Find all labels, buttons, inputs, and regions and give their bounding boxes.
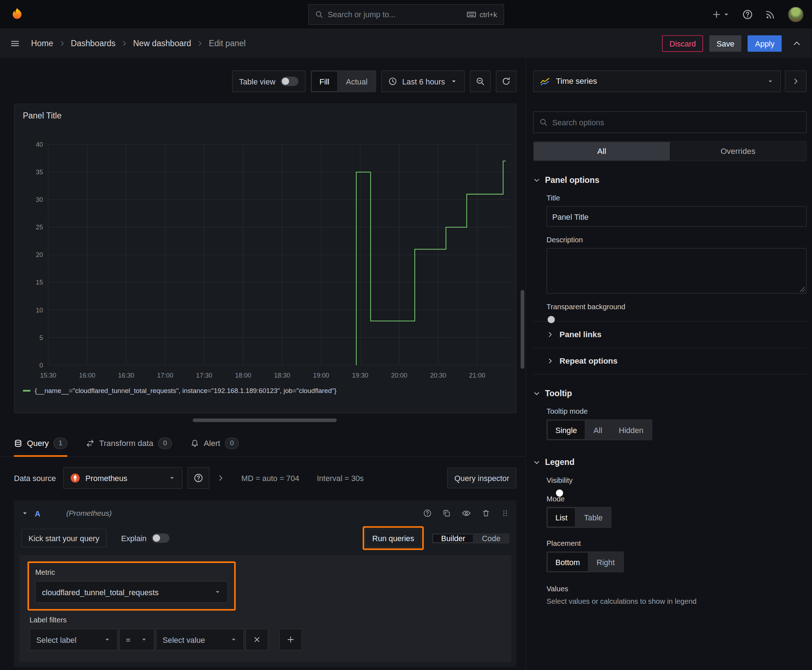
add-menu-button[interactable] bbox=[712, 10, 730, 19]
prometheus-icon bbox=[70, 473, 80, 483]
legend-header[interactable]: Legend bbox=[533, 458, 807, 467]
data-source-row: Data source Prometheus MD = auto = 704 I… bbox=[14, 467, 517, 489]
drag-handle-icon[interactable] bbox=[501, 509, 509, 517]
visualization-picker[interactable]: Time series bbox=[533, 71, 781, 92]
legend-list-option[interactable]: List bbox=[547, 508, 576, 527]
chevron-right-icon bbox=[120, 40, 128, 47]
tooltip-header[interactable]: Tooltip bbox=[533, 389, 807, 398]
toggle-visibility-icon[interactable] bbox=[461, 509, 471, 518]
breadcrumb-new-dashboard[interactable]: New dashboard bbox=[133, 39, 191, 48]
tab-overrides[interactable]: Overrides bbox=[670, 142, 806, 160]
explain-switch[interactable] bbox=[152, 533, 170, 543]
svg-text:15: 15 bbox=[36, 279, 43, 286]
panel-options-title: Panel options bbox=[545, 176, 599, 185]
help-button[interactable] bbox=[742, 9, 753, 19]
refresh-button[interactable] bbox=[496, 71, 517, 92]
actual-option[interactable]: Actual bbox=[337, 71, 376, 91]
tab-transform-label: Transform data bbox=[99, 438, 153, 448]
tab-alert[interactable]: Alert 0 bbox=[191, 430, 239, 456]
panel-links-section[interactable]: Panel links bbox=[533, 322, 807, 347]
chart-legend: {__name__="cloudflared_tunnel_total_requ… bbox=[23, 387, 337, 395]
user-avatar[interactable] bbox=[788, 7, 804, 22]
metric-select[interactable]: cloudflared_tunnel_total_requests bbox=[35, 581, 228, 603]
discard-button[interactable]: Discard bbox=[662, 35, 703, 52]
description-label: Description bbox=[547, 235, 807, 244]
label-filters-section: Label filters Select label = S bbox=[27, 616, 503, 650]
description-textarea[interactable] bbox=[547, 248, 807, 293]
panel-options-header[interactable]: Panel options bbox=[533, 176, 807, 185]
collapse-header-icon[interactable] bbox=[792, 39, 801, 48]
query-row-header[interactable]: A (Prometheus) bbox=[19, 503, 512, 523]
delete-query-icon[interactable] bbox=[482, 509, 490, 517]
placement-right-option[interactable]: Right bbox=[588, 552, 623, 572]
duplicate-query-icon[interactable] bbox=[442, 509, 451, 517]
fill-option[interactable]: Fill bbox=[311, 71, 337, 91]
remove-filter-button[interactable] bbox=[246, 629, 268, 651]
viz-suggestions-button[interactable] bbox=[785, 71, 807, 92]
menu-toggle-icon[interactable] bbox=[10, 39, 20, 48]
time-series-chart[interactable]: 051015202530354015:3016:0016:3017:0017:3… bbox=[19, 130, 513, 384]
rss-icon bbox=[765, 9, 775, 19]
horizontal-scrollbar[interactable] bbox=[193, 418, 337, 422]
database-icon bbox=[14, 439, 22, 447]
tooltip-all-option[interactable]: All bbox=[585, 420, 610, 440]
table-view-toggle[interactable]: Table view bbox=[232, 71, 306, 92]
select-value-dropdown[interactable]: Select value bbox=[156, 629, 244, 651]
kick-start-button[interactable]: Kick start your query bbox=[21, 529, 106, 547]
placement-bottom-option[interactable]: Bottom bbox=[547, 552, 588, 572]
builder-code-segmented: Builder Code bbox=[432, 533, 509, 543]
news-button[interactable] bbox=[765, 9, 775, 19]
breadcrumb-home[interactable]: Home bbox=[31, 39, 53, 48]
options-search-box[interactable]: Search options bbox=[533, 111, 807, 133]
max-data-points: MD = auto = 704 bbox=[241, 474, 299, 482]
svg-text:5: 5 bbox=[39, 334, 43, 342]
legend-label[interactable]: {__name__="cloudflared_tunnel_total_requ… bbox=[35, 387, 337, 395]
table-view-switch[interactable] bbox=[281, 76, 298, 86]
legend-table-option[interactable]: Table bbox=[576, 508, 611, 527]
breadcrumb-dashboards[interactable]: Dashboards bbox=[71, 39, 116, 48]
grafana-logo-icon[interactable] bbox=[8, 5, 26, 23]
query-row-actions bbox=[423, 509, 509, 518]
data-source-picker[interactable]: Prometheus bbox=[63, 467, 182, 489]
chevron-right-icon bbox=[547, 357, 554, 364]
data-source-value: Prometheus bbox=[86, 474, 127, 482]
vertical-scrollbar[interactable] bbox=[520, 290, 524, 369]
chevron-down-icon bbox=[533, 390, 540, 397]
tooltip-hidden-option[interactable]: Hidden bbox=[610, 420, 652, 440]
help-icon[interactable] bbox=[423, 509, 431, 517]
time-range-picker[interactable]: Last 6 hours bbox=[381, 71, 465, 92]
view-toolbar: Table view Fill Actual Last 6 hours bbox=[232, 71, 517, 92]
select-label-dropdown[interactable]: Select label bbox=[29, 629, 117, 651]
tab-query[interactable]: Query 1 bbox=[14, 430, 68, 456]
code-option[interactable]: Code bbox=[474, 534, 509, 543]
tab-all[interactable]: All bbox=[534, 142, 670, 160]
breadcrumb-edit-panel: Edit panel bbox=[209, 39, 246, 48]
tab-transform[interactable]: Transform data 0 bbox=[86, 430, 172, 456]
data-source-help-button[interactable] bbox=[188, 467, 209, 489]
expand-options-icon[interactable] bbox=[217, 474, 225, 482]
panel-title: Panel Title bbox=[23, 111, 61, 121]
repeat-options-section[interactable]: Repeat options bbox=[533, 348, 807, 374]
svg-text:21:00: 21:00 bbox=[469, 372, 485, 379]
svg-text:17:00: 17:00 bbox=[157, 372, 173, 379]
operator-dropdown[interactable]: = bbox=[119, 629, 154, 651]
add-filter-button[interactable] bbox=[279, 629, 302, 651]
panel-preview: Panel Title 051015202530354015:3016:0016… bbox=[14, 103, 517, 413]
chevron-down-icon bbox=[230, 636, 237, 643]
query-toolbar: Kick start your query Explain Run querie… bbox=[19, 527, 512, 549]
title-input[interactable] bbox=[547, 206, 807, 227]
plus-icon bbox=[712, 10, 721, 19]
run-queries-button[interactable]: Run queries bbox=[365, 529, 421, 547]
time-series-viz-icon bbox=[540, 76, 550, 86]
close-icon bbox=[253, 635, 261, 643]
collapse-query-icon[interactable] bbox=[21, 510, 28, 517]
edit-panel-workspace: Table view Fill Actual Last 6 hours Pane… bbox=[0, 58, 525, 670]
builder-option[interactable]: Builder bbox=[433, 534, 474, 543]
zoom-out-icon bbox=[475, 76, 485, 86]
query-inspector-button[interactable]: Query inspector bbox=[447, 468, 517, 489]
zoom-out-button[interactable] bbox=[470, 71, 490, 92]
apply-button[interactable]: Apply bbox=[748, 35, 782, 52]
save-button[interactable]: Save bbox=[709, 35, 741, 52]
global-search-box[interactable]: Search or jump to... ctrl+k bbox=[308, 4, 504, 25]
tooltip-single-option[interactable]: Single bbox=[547, 420, 585, 440]
